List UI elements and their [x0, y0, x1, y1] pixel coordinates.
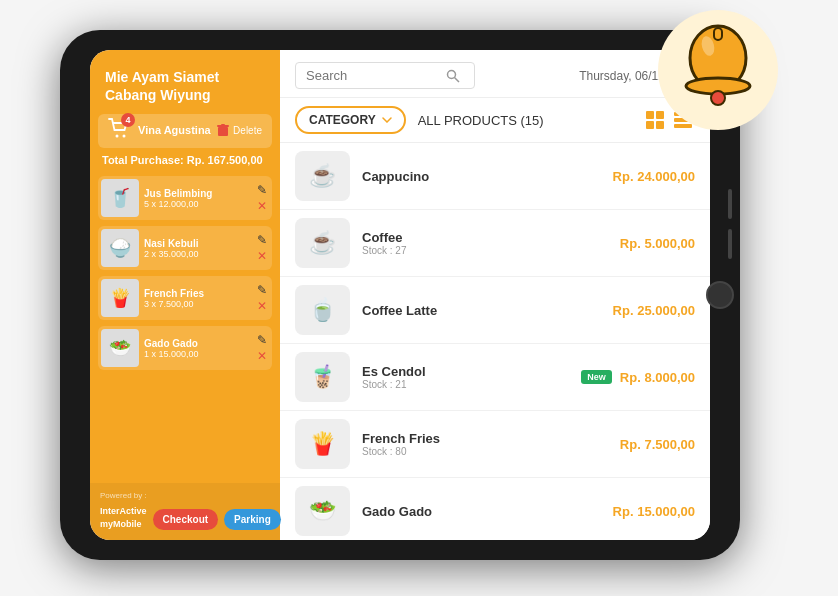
- cart-item-name: Jus Belimbing: [144, 188, 250, 199]
- product-image: 🧋: [295, 352, 350, 402]
- sidebar-footer: Powered by : InterActive myMobile Checko…: [90, 483, 280, 540]
- food-emoji: 🍟: [101, 279, 139, 317]
- cart-item-info: Jus Belimbing 5 x 12.000,00: [139, 188, 255, 209]
- tablet-screen: Mie Ayam Siamet Cabang Wiyung 4 Vina Agu…: [90, 50, 710, 540]
- restaurant-name: Mie Ayam Siamet Cabang Wiyung: [90, 50, 280, 114]
- cart-item-info: Gado Gado 1 x 15.000,00: [139, 338, 255, 359]
- product-emoji: ☕: [295, 218, 350, 268]
- product-price: Rp. 5.000,00: [620, 236, 695, 251]
- total-amount: Rp. 167.500,00: [187, 154, 263, 166]
- logo-area: InterActive myMobile: [100, 506, 147, 532]
- cart-item-name: Nasi Kebuli: [144, 238, 250, 249]
- product-item[interactable]: 🥗 Gado Gado Rp. 15.000,00: [280, 478, 710, 540]
- search-input[interactable]: [306, 68, 446, 83]
- product-stock: Stock : 80: [362, 446, 620, 457]
- total-label: Total Purchase:: [102, 154, 184, 166]
- cart-item-info: French Fries 3 x 7.500,00: [139, 288, 255, 309]
- svg-line-11: [455, 77, 460, 82]
- product-emoji: ☕: [295, 151, 350, 201]
- cart-item-image: 🥤: [101, 179, 139, 217]
- cart-item-name: Gado Gado: [144, 338, 250, 349]
- delete-button[interactable]: Delete: [216, 123, 262, 137]
- cart-icon-wrap: 4: [108, 118, 130, 142]
- cart-header: 4 Vina Agustina Delete: [98, 114, 272, 148]
- product-image: ☕: [295, 218, 350, 268]
- remove-item-button[interactable]: ✕: [255, 349, 269, 363]
- cart-item[interactable]: 🍟 French Fries 3 x 7.500,00 ✎ ✕: [98, 276, 272, 320]
- edit-item-button[interactable]: ✎: [255, 283, 269, 297]
- tablet-shell: SAMSUNG Mie Ayam Siamet Cabang Wiyung 4 …: [60, 30, 740, 560]
- remove-item-button[interactable]: ✕: [255, 249, 269, 263]
- product-name: Coffee: [362, 230, 620, 245]
- product-item[interactable]: 🍵 Coffee Latte Rp. 25.000,00: [280, 277, 710, 344]
- svg-point-10: [448, 70, 456, 78]
- cashier-name: Vina Agustina: [138, 124, 216, 136]
- product-item[interactable]: ☕ Coffee Stock : 27 Rp. 5.000,00: [280, 210, 710, 277]
- chevron-down-icon: [382, 117, 392, 123]
- product-name: Cappucino: [362, 169, 613, 184]
- svg-rect-7: [218, 127, 228, 136]
- svg-rect-14: [646, 121, 654, 129]
- logo-interactive: InterActive: [100, 506, 147, 516]
- cart-item-image: 🍚: [101, 229, 139, 267]
- bell-icon[interactable]: [676, 20, 760, 110]
- food-emoji: 🥗: [101, 329, 139, 367]
- svg-point-5: [116, 135, 119, 138]
- parking-button[interactable]: Parking: [224, 509, 281, 530]
- product-price: Rp. 8.000,00: [620, 370, 695, 385]
- cart-item[interactable]: 🍚 Nasi Kebuli 2 x 35.000,00 ✎ ✕: [98, 226, 272, 270]
- product-image: 🥗: [295, 486, 350, 536]
- cart-item-qty-price: 5 x 12.000,00: [144, 199, 250, 209]
- cart-item-image: 🍟: [101, 279, 139, 317]
- cart-badge: 4: [121, 113, 135, 127]
- powered-by-label: Powered by :: [100, 491, 270, 500]
- product-stock: Stock : 27: [362, 245, 620, 256]
- product-item[interactable]: 🍟 French Fries Stock : 80 Rp. 7.500,00: [280, 411, 710, 478]
- product-image: 🍵: [295, 285, 350, 335]
- product-price: Rp. 7.500,00: [620, 437, 695, 452]
- search-box[interactable]: [295, 62, 475, 89]
- notification-bell-container: [658, 10, 778, 140]
- category-label: CATEGORY: [309, 113, 376, 127]
- volume-up-button[interactable]: [728, 189, 732, 219]
- cart-item-qty-price: 3 x 7.500,00: [144, 299, 250, 309]
- product-emoji: 🥗: [295, 486, 350, 536]
- svg-point-6: [123, 135, 126, 138]
- product-price: Rp. 25.000,00: [613, 303, 695, 318]
- remove-item-button[interactable]: ✕: [255, 199, 269, 213]
- product-item[interactable]: 🧋 Es Cendol Stock : 21 New Rp. 8.000,00: [280, 344, 710, 411]
- edit-item-button[interactable]: ✎: [255, 333, 269, 347]
- cart-item-actions: ✎ ✕: [255, 233, 269, 263]
- cart-item[interactable]: 🥗 Gado Gado 1 x 15.000,00 ✎ ✕: [98, 326, 272, 370]
- svg-rect-9: [221, 124, 225, 126]
- all-products-label: ALL PRODUCTS (15): [418, 113, 631, 128]
- home-button[interactable]: [706, 281, 734, 309]
- cart-items-list: 🥤 Jus Belimbing 5 x 12.000,00 ✎ ✕ 🍚 Nasi…: [90, 172, 280, 483]
- product-emoji: 🍟: [295, 419, 350, 469]
- product-name: French Fries: [362, 431, 620, 446]
- volume-down-button[interactable]: [728, 229, 732, 259]
- category-dropdown[interactable]: CATEGORY: [295, 106, 406, 134]
- sidebar: Mie Ayam Siamet Cabang Wiyung 4 Vina Agu…: [90, 50, 280, 540]
- logo-mymobile: myMobile: [100, 519, 147, 529]
- total-purchase: Total Purchase: Rp. 167.500,00: [90, 148, 280, 172]
- checkout-button[interactable]: Checkout: [153, 509, 219, 530]
- cart-item[interactable]: 🥤 Jus Belimbing 5 x 12.000,00 ✎ ✕: [98, 176, 272, 220]
- cart-item-actions: ✎ ✕: [255, 183, 269, 213]
- food-emoji: 🍚: [101, 229, 139, 267]
- cart-item-qty-price: 1 x 15.000,00: [144, 349, 250, 359]
- trash-icon: [216, 123, 230, 137]
- product-info: Gado Gado: [362, 504, 613, 519]
- food-emoji: 🥤: [101, 179, 139, 217]
- product-name: Coffee Latte: [362, 303, 613, 318]
- cart-item-image: 🥗: [101, 329, 139, 367]
- remove-item-button[interactable]: ✕: [255, 299, 269, 313]
- product-emoji: 🍵: [295, 285, 350, 335]
- edit-item-button[interactable]: ✎: [255, 183, 269, 197]
- search-icon: [446, 69, 460, 83]
- product-price: Rp. 15.000,00: [613, 504, 695, 519]
- edit-item-button[interactable]: ✎: [255, 233, 269, 247]
- svg-rect-1: [714, 28, 722, 40]
- product-info: Coffee Latte: [362, 303, 613, 318]
- product-item[interactable]: ☕ Cappucino Rp. 24.000,00: [280, 143, 710, 210]
